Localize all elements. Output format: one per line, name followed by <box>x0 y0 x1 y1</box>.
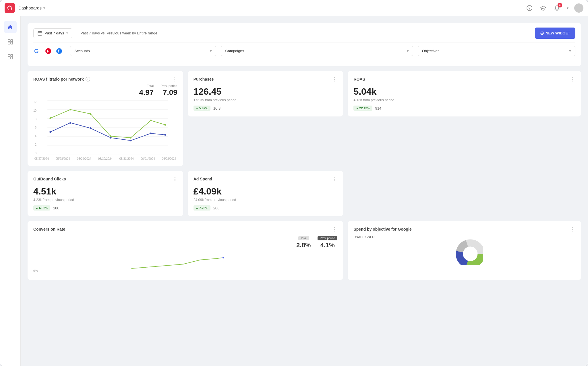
campaigns-filter[interactable]: Campaigns ▾ <box>221 46 413 56</box>
purchases-secondary: 10.3 <box>213 106 220 110</box>
roas-card: ROAS ⋮ 5.04k 4.13k from previous period … <box>348 71 581 116</box>
date-range-info: Past 7 days vs. Previous week by Entire … <box>80 31 157 35</box>
outbound-title: OutBound Clicks <box>33 177 66 181</box>
main-content: Past 7 days ▾ Past 7 days vs. Previous w… <box>21 16 588 366</box>
svg-point-42 <box>222 256 225 259</box>
graduation-icon[interactable] <box>539 4 547 12</box>
help-icon[interactable]: ? <box>525 4 533 12</box>
svg-point-34 <box>164 124 166 126</box>
svg-text:f: f <box>58 49 59 53</box>
adspend-secondary: 200 <box>213 206 220 210</box>
svg-point-32 <box>130 137 131 139</box>
chart-legend: Total 4.97 Prev. period 7.09 <box>33 84 177 97</box>
svg-point-40 <box>150 133 152 134</box>
objectives-filter[interactable]: Objectives ▾ <box>418 46 575 56</box>
conversion-total-label: Total <box>298 236 309 240</box>
accounts-filter[interactable]: Accounts ▾ <box>70 46 216 56</box>
chart-info-icon[interactable]: i <box>86 77 90 81</box>
outbound-secondary: 280 <box>53 206 59 210</box>
nav-title-chevron-icon: ▾ <box>43 6 45 10</box>
platform-icons: G P f <box>33 47 63 55</box>
outbound-sub: 4.23k from previous period <box>33 198 177 202</box>
conversion-card: Conversion Rate ⋮ Total 2.8% Prev. perio… <box>28 221 343 280</box>
accounts-chevron-icon: ▾ <box>210 49 212 53</box>
svg-rect-14 <box>39 31 39 32</box>
svg-rect-7 <box>8 42 10 44</box>
objectives-chevron-icon: ▾ <box>569 49 571 53</box>
outbound-value: 4.51k <box>33 186 177 197</box>
user-menu-chevron[interactable]: ▾ <box>567 6 568 10</box>
adspend-menu[interactable]: ⋮ <box>332 176 337 182</box>
conversion-prev-label: Prev. period <box>318 236 337 240</box>
svg-point-39 <box>130 140 131 141</box>
plus-circle-icon: ⊕ <box>540 30 544 36</box>
roas-chart-card: ROAS filtrado por network i ⋮ Total 4.97… <box>28 71 183 166</box>
purchases-badge: 5.97% <box>194 106 210 111</box>
sidebar-item-grid[interactable] <box>4 36 17 48</box>
conversion-title: Conversion Rate <box>33 227 65 231</box>
purchases-menu[interactable]: ⋮ <box>332 77 337 82</box>
user-avatar[interactable] <box>574 3 583 13</box>
outbound-card: OutBound Clicks ⋮ 4.51k 4.23k from previ… <box>28 171 183 216</box>
conversion-total-value: 2.8% <box>296 242 311 249</box>
unassigned-label: UNASSIGNED <box>353 235 374 239</box>
chart-title: ROAS filtrado por network <box>33 77 84 81</box>
conversion-prev-value: 4.1% <box>318 242 337 249</box>
pinterest-icon[interactable]: P <box>44 47 52 55</box>
svg-point-33 <box>150 120 152 121</box>
svg-rect-6 <box>11 40 13 42</box>
svg-point-30 <box>90 113 91 115</box>
calendar-icon <box>38 31 42 36</box>
new-widget-button[interactable]: ⊕ NEW WIDGET <box>535 28 575 39</box>
chart-xaxis: 05/27/2024 05/28/2024 05/29/2024 05/30/2… <box>33 157 177 160</box>
roas-title: ROAS <box>353 77 365 81</box>
roas-menu[interactable]: ⋮ <box>570 77 575 82</box>
svg-point-38 <box>110 137 111 139</box>
svg-rect-15 <box>40 31 41 32</box>
svg-rect-13 <box>38 32 42 35</box>
conversion-menu[interactable]: ⋮ <box>332 227 337 232</box>
svg-rect-8 <box>11 42 13 44</box>
notification-badge: 6 <box>558 3 562 7</box>
svg-point-47 <box>463 247 477 261</box>
campaigns-chevron-icon: ▾ <box>407 49 409 53</box>
spend-menu[interactable]: ⋮ <box>570 227 575 232</box>
purchases-value: 126.45 <box>194 86 338 97</box>
sidebar-item-home[interactable] <box>4 21 17 33</box>
sidebar-item-widgets[interactable] <box>4 50 17 63</box>
filter-bar: G P f Accounts ▾ Campaigns <box>33 46 575 56</box>
adspend-card: Ad Spend ⋮ £4.09k £4.09k from previous p… <box>188 171 343 216</box>
svg-text:P: P <box>47 49 49 53</box>
chart-menu[interactable]: ⋮ <box>172 77 177 82</box>
conversion-y-label: 6% <box>33 269 38 274</box>
legend-prev: Prev. period 7.09 <box>160 84 177 97</box>
svg-rect-9 <box>8 54 10 56</box>
svg-point-28 <box>49 117 51 119</box>
svg-point-35 <box>49 131 51 133</box>
spend-card: Spend by objective for Google ⋮ UNASSIGN… <box>348 221 581 280</box>
campaigns-label: Campaigns <box>225 49 244 53</box>
svg-point-37 <box>90 127 91 129</box>
roas-secondary: 914 <box>375 106 382 110</box>
purchases-title: Purchases <box>194 77 214 81</box>
date-chevron-icon: ▾ <box>66 31 68 35</box>
google-icon[interactable]: G <box>33 47 41 55</box>
objectives-label: Objectives <box>422 49 440 53</box>
bell-icon[interactable]: 6 <box>553 4 561 12</box>
adspend-sub: £4.09k from previous period <box>194 198 338 202</box>
legend-prev-value: 7.09 <box>163 88 177 97</box>
outbound-menu[interactable]: ⋮ <box>172 176 177 182</box>
nav-title-dashboards[interactable]: Dashboards ▾ <box>18 5 45 10</box>
legend-total-label: Total <box>147 84 154 87</box>
adspend-badge: 7.23% <box>194 205 210 211</box>
roas-sub: 4.13k from previous period <box>353 98 575 102</box>
facebook-icon[interactable]: f <box>55 47 63 55</box>
date-selector[interactable]: Past 7 days ▾ <box>33 28 72 38</box>
adspend-title: Ad Spend <box>194 177 212 181</box>
spend-title: Spend by objective for Google <box>353 227 411 231</box>
legend-total-value: 4.97 <box>139 88 154 97</box>
svg-text:G: G <box>34 48 39 54</box>
chart-svg <box>38 100 177 155</box>
svg-rect-5 <box>8 40 10 42</box>
roas-value: 5.04k <box>353 86 575 97</box>
